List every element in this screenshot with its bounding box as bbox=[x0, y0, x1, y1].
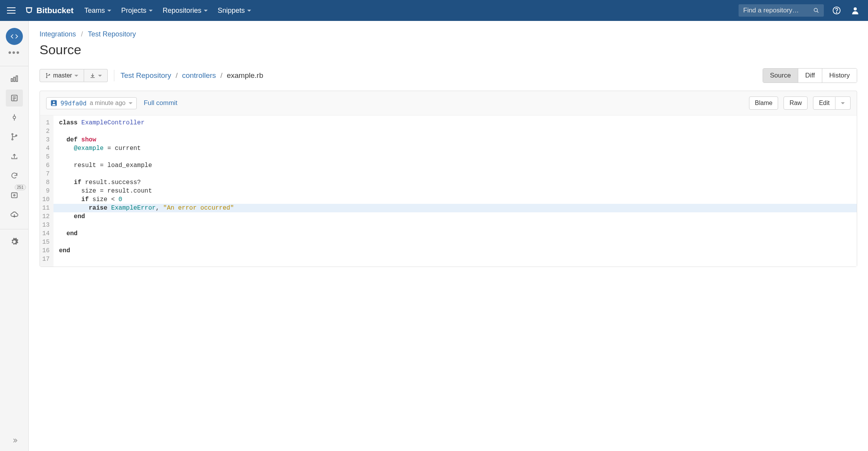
chevron-down-icon bbox=[204, 10, 208, 12]
chevron-down-icon bbox=[98, 75, 102, 77]
chevron-down-icon bbox=[841, 102, 845, 104]
sidebar-source-nav-icon[interactable] bbox=[6, 90, 23, 107]
code-line: class ExampleController bbox=[53, 119, 857, 127]
svg-point-16 bbox=[12, 139, 13, 140]
sidebar-pull-requests-icon[interactable]: 251 bbox=[6, 186, 23, 203]
sidebar-source-icon[interactable] bbox=[6, 28, 23, 45]
source-panel: 99dfa0d a minute ago Full commit Blame R… bbox=[40, 91, 857, 267]
svg-rect-7 bbox=[16, 76, 17, 82]
download-icon bbox=[90, 72, 96, 79]
code-line: result = load_example bbox=[53, 161, 857, 170]
brand-text: Bitbucket bbox=[36, 6, 74, 15]
code-line: size = result.count bbox=[53, 187, 857, 195]
sidebar-sync-icon[interactable] bbox=[6, 167, 23, 184]
edit-dropdown[interactable] bbox=[835, 96, 851, 110]
left-sidebar: ••• 251 bbox=[0, 21, 29, 451]
svg-point-0 bbox=[814, 8, 818, 12]
search-input[interactable] bbox=[743, 7, 813, 14]
breadcrumb-repo[interactable]: Test Repository bbox=[88, 30, 136, 38]
sidebar-commits-icon[interactable] bbox=[6, 109, 23, 126]
svg-rect-6 bbox=[14, 77, 15, 81]
nav-snippets[interactable]: Snippets bbox=[218, 7, 251, 15]
view-tabs: Source Diff History bbox=[763, 68, 857, 83]
chevron-down-icon bbox=[74, 75, 78, 77]
chevron-down-icon bbox=[107, 10, 111, 12]
svg-line-1 bbox=[817, 11, 818, 13]
svg-rect-19 bbox=[11, 193, 17, 198]
tab-diff[interactable]: Diff bbox=[798, 69, 822, 83]
chevron-down-icon bbox=[149, 10, 153, 12]
sidebar-cloud-icon[interactable] bbox=[6, 206, 23, 223]
code-line bbox=[53, 221, 857, 229]
code-line bbox=[53, 153, 857, 161]
file-path: Test Repository / controllers / example.… bbox=[121, 71, 263, 80]
code-line bbox=[53, 238, 857, 246]
svg-rect-5 bbox=[11, 79, 12, 81]
search-box[interactable] bbox=[739, 4, 824, 17]
svg-point-22 bbox=[46, 73, 47, 74]
user-avatar[interactable] bbox=[849, 5, 861, 16]
menu-icon[interactable] bbox=[7, 5, 18, 16]
code-line bbox=[53, 255, 857, 263]
edit-button[interactable]: Edit bbox=[813, 96, 835, 110]
sidebar-branches-icon[interactable] bbox=[6, 128, 23, 145]
code-area: 1234567891011121314151617 class ExampleC… bbox=[40, 115, 857, 267]
code-line: end bbox=[53, 212, 857, 221]
branch-icon bbox=[45, 73, 51, 78]
breadcrumb: Integrations / Test Repository bbox=[40, 30, 857, 38]
line-gutter: 1234567891011121314151617 bbox=[40, 115, 53, 267]
sidebar-more-icon[interactable]: ••• bbox=[8, 47, 20, 58]
raw-button[interactable]: Raw bbox=[784, 96, 808, 110]
download-button[interactable] bbox=[84, 69, 108, 82]
code-line: end bbox=[53, 246, 857, 255]
svg-point-4 bbox=[854, 7, 857, 10]
path-repo[interactable]: Test Repository bbox=[121, 71, 171, 79]
commit-hash: 99dfa0d bbox=[60, 100, 86, 107]
search-icon bbox=[813, 7, 819, 14]
divider bbox=[114, 70, 114, 81]
nav-projects[interactable]: Projects bbox=[121, 7, 153, 15]
blame-button[interactable]: Blame bbox=[749, 96, 778, 110]
svg-point-28 bbox=[53, 102, 55, 103]
nav-teams[interactable]: Teams bbox=[84, 7, 111, 15]
code-line: if size < 0 bbox=[53, 195, 857, 204]
code-line: def show bbox=[53, 136, 857, 144]
sidebar-expand-icon[interactable] bbox=[11, 437, 18, 444]
tab-history[interactable]: History bbox=[822, 69, 857, 83]
branch-selector[interactable]: master bbox=[40, 69, 84, 82]
full-commit-link[interactable]: Full commit bbox=[144, 99, 177, 107]
path-file: example.rb bbox=[227, 71, 263, 79]
commit-badge[interactable]: 99dfa0d a minute ago bbox=[46, 97, 137, 109]
code-line: @example = current bbox=[53, 144, 857, 153]
svg-point-12 bbox=[13, 116, 16, 119]
path-dir[interactable]: controllers bbox=[182, 71, 216, 79]
code-line-highlighted: raise ExampleError, "An error occurred" bbox=[53, 204, 857, 212]
chevron-down-icon bbox=[129, 102, 133, 104]
nav-repositories[interactable]: Repositories bbox=[163, 7, 208, 15]
chevron-down-icon bbox=[247, 10, 251, 12]
page-title: Source bbox=[40, 42, 857, 57]
help-icon[interactable] bbox=[831, 5, 842, 16]
code-line: end bbox=[53, 229, 857, 238]
sidebar-overview-icon[interactable] bbox=[6, 70, 23, 87]
svg-point-3 bbox=[836, 12, 837, 13]
sidebar-settings-icon[interactable] bbox=[6, 233, 23, 250]
svg-point-23 bbox=[46, 77, 47, 78]
bitbucket-logo[interactable]: Bitbucket bbox=[25, 6, 74, 15]
code-line: if result.success? bbox=[53, 178, 857, 187]
code-lines: class ExampleController def show @exampl… bbox=[53, 115, 857, 267]
sidebar-badge: 251 bbox=[15, 184, 26, 190]
svg-point-15 bbox=[12, 134, 13, 135]
sidebar-upload-icon[interactable] bbox=[6, 148, 23, 165]
svg-point-20 bbox=[14, 195, 15, 196]
code-line bbox=[53, 127, 857, 136]
breadcrumb-org[interactable]: Integrations bbox=[40, 30, 76, 38]
tab-source[interactable]: Source bbox=[763, 69, 798, 83]
commit-time: a minute ago bbox=[90, 100, 126, 107]
user-icon bbox=[50, 100, 57, 107]
code-line bbox=[53, 170, 857, 178]
